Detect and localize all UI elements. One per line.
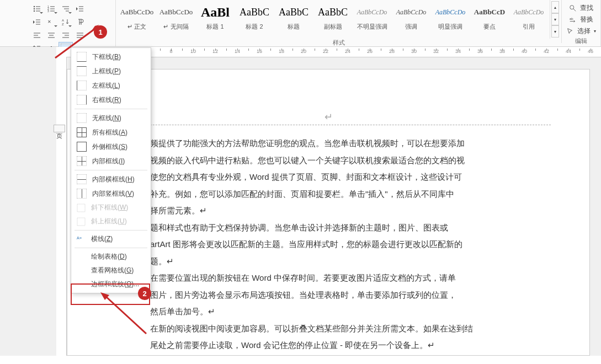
diag-d-icon <box>77 204 86 212</box>
paragraph[interactable]: 使您的文档具有专业外观，Word 提供了页眉、页脚、封面和文本框设计，这些设计可 <box>150 169 534 185</box>
svg-text:ab: ab <box>570 17 573 20</box>
svg-point-40 <box>570 5 574 9</box>
b-right-icon <box>77 95 87 105</box>
paragraph[interactable]: 然后单击加号。↵ <box>150 304 534 320</box>
paragraph[interactable]: 题和样式也有助于文档保持协调。当您单击设计并选择新的主题时，图片、图表或 <box>150 220 534 236</box>
paragraph[interactable]: 尾处之前需要停止读取，Word 会记住您的停止位置 - 即使在另一个设备上。↵ <box>150 338 534 354</box>
svg-line-41 <box>573 8 576 10</box>
styles-more[interactable]: ▾ <box>551 25 559 38</box>
svg-line-57 <box>105 296 146 334</box>
find-button[interactable]: 查找 <box>569 2 593 14</box>
border-menu-D[interactable]: 绘制表格(D) <box>72 250 150 264</box>
border-menu-N[interactable]: 无框线(N) <box>72 111 150 125</box>
border-menu-I[interactable]: 内部框线(I) <box>72 154 150 168</box>
replace-button[interactable]: ab替换 <box>569 14 593 25</box>
border-menu-W[interactable]: 斜下框线(W) <box>72 201 150 215</box>
annotation-marker-1: 1 <box>94 25 107 39</box>
hline-icon: A≡ <box>77 235 86 244</box>
paragraph[interactable]: 择所需元素。↵ <box>150 203 534 219</box>
annotation-marker-2: 2 <box>138 287 151 300</box>
window-icon <box>77 280 86 289</box>
paragraph[interactable]: artArt 图形将会更改以匹配新的主题。当应用样式时，您的标题会进行更改以匹配… <box>150 237 534 253</box>
svg-point-0 <box>33 6 34 7</box>
svg-text:3: 3 <box>47 9 49 13</box>
paragraph[interactable]: 图片，图片旁边将会显示布局选项按钮。当处理表格时，单击要添加行或列的位置， <box>150 287 534 303</box>
b-left-icon <box>77 81 87 90</box>
style-item-2[interactable]: AaBl标题 1 <box>196 1 234 39</box>
style-item-7[interactable]: AaBbCcDo强调 <box>392 1 430 39</box>
vertical-ruler[interactable] <box>56 47 67 356</box>
grid-icon <box>77 266 86 275</box>
b-inv-icon <box>77 189 87 199</box>
edit-group-label: 编辑 <box>575 37 587 45</box>
paragraph-mark-icon: ↵ <box>325 111 333 123</box>
svg-rect-43 <box>77 204 85 212</box>
b-all-icon <box>77 127 87 137</box>
border-menu-L[interactable]: 左框线(L) <box>72 78 150 93</box>
style-item-10[interactable]: AaBbCcDo引用 <box>510 1 547 39</box>
align-left-button[interactable] <box>30 29 44 42</box>
border-menu-A[interactable]: 所有框线(A) <box>72 125 150 140</box>
style-item-3[interactable]: AaBbC标题 2 <box>236 1 273 39</box>
styles-group-label: 样式 <box>333 39 345 47</box>
svg-line-55 <box>55 28 97 58</box>
select-button[interactable]: 选择 ▾ <box>566 25 596 37</box>
svg-rect-50 <box>77 267 85 275</box>
decrease-indent-button[interactable] <box>73 2 87 15</box>
styles-scroll-up[interactable]: ▴ <box>551 1 559 13</box>
multilevel-list-button[interactable] <box>58 2 73 15</box>
paragraph[interactable]: ↵ <box>150 355 534 356</box>
svg-text:✕: ✕ <box>47 19 51 24</box>
style-item-5[interactable]: AaBbC副标题 <box>314 1 352 39</box>
border-menu-U[interactable]: 斜上框线(U) <box>72 215 150 228</box>
paragraph[interactable]: 在需要位置出现的新按钮在 Word 中保存时间。若要更改图片适应文档的方式，请单 <box>150 270 534 286</box>
b-none-icon <box>77 113 87 123</box>
page-tab[interactable]: 页 <box>54 125 65 132</box>
paragraph[interactable]: 视频的嵌入代码中进行粘贴。您也可以键入一个关键字以联机搜索最适合您的文档的视 <box>150 153 534 169</box>
style-item-0[interactable]: AaBbCcDo↵ 正文 <box>118 1 156 39</box>
paragraph[interactable]: 在新的阅读视图中阅读更加容易。可以折叠文档某些部分并关注所需文本。如果在达到结 <box>150 321 534 337</box>
style-item-4[interactable]: AaBbC标题 <box>275 1 312 39</box>
svg-rect-49 <box>77 255 85 261</box>
style-item-6[interactable]: AaBbCcDo不明显强调 <box>353 1 391 39</box>
svg-point-4 <box>33 10 34 12</box>
style-item-9[interactable]: AaBbCcD要点 <box>471 1 508 39</box>
border-menu-Z[interactable]: A≡横线(Z) <box>72 232 150 246</box>
svg-rect-45 <box>77 218 85 226</box>
svg-text:A≡: A≡ <box>77 236 82 240</box>
page-break-line <box>106 125 551 125</box>
border-menu-H[interactable]: 内部横框线(H) <box>72 172 150 186</box>
styles-scroll-down[interactable]: ▾ <box>551 13 559 25</box>
border-menu-S[interactable]: 外侧框线(S) <box>72 140 150 154</box>
borders-dropdown: 下框线(B)上框线(P)左框线(L)右框线(R)无框线(N)所有框线(A)外侧框… <box>71 47 151 293</box>
paragraph[interactable]: 题。↵ <box>150 254 534 270</box>
svg-line-44 <box>77 204 85 212</box>
svg-text:A: A <box>62 19 64 22</box>
border-menu-G[interactable]: 查看网格线(G) <box>72 264 150 277</box>
b-out-icon <box>77 142 87 152</box>
b-top-icon <box>77 66 87 76</box>
style-item-8[interactable]: AaBbCcDo明显强调 <box>432 1 469 39</box>
b-in-icon <box>77 156 87 166</box>
numbered-list-button[interactable]: 123 <box>44 2 58 15</box>
border-menu-O[interactable]: 边框和底纹(O)... <box>72 277 150 291</box>
border-menu-R[interactable]: 右框线(R) <box>72 93 150 107</box>
border-menu-V[interactable]: 内部竖框线(V) <box>72 186 150 201</box>
svg-line-46 <box>77 218 85 226</box>
draw-icon <box>77 253 86 261</box>
svg-point-2 <box>33 8 34 9</box>
svg-rect-53 <box>77 281 85 288</box>
style-item-1[interactable]: AaBbCcDo↵ 无间隔 <box>157 1 195 39</box>
bullet-list-button[interactable] <box>30 2 44 15</box>
diag-u-icon <box>77 217 86 226</box>
paragraph[interactable]: 频提供了功能强大的方法帮助您证明您的观点。当您单击联机视频时，可以在想要添加 <box>150 136 534 152</box>
increase-indent-button[interactable] <box>30 15 44 29</box>
border-menu-P[interactable]: 上框线(P) <box>72 64 150 78</box>
paragraph[interactable]: 补充。例如，您可以添加匹配的封面、页眉和提要栏。单击"插入"，然后从不同库中 <box>150 186 534 202</box>
b-inh-icon <box>77 174 87 184</box>
